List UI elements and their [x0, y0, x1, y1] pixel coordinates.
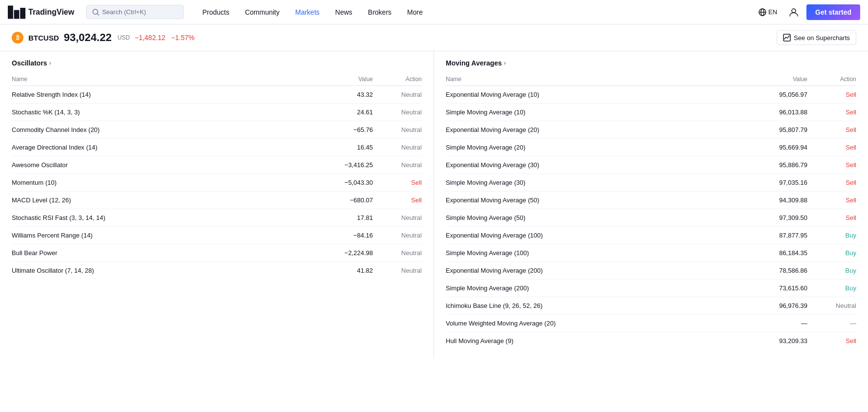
search-bar[interactable]: Search (Ctrl+K): [86, 5, 184, 19]
table-row: Ultimate Oscillator (7, 14, 28) 41.82 Ne…: [12, 262, 422, 279]
row-name: Simple Moving Average (30): [446, 179, 749, 186]
chart-icon: [783, 34, 791, 42]
table-row: Hull Moving Average (9) 93,209.33 Sell: [446, 332, 856, 349]
ma-title[interactable]: Moving Averages ›: [446, 59, 856, 67]
nav-markets[interactable]: Markets: [288, 5, 326, 19]
table-row: Simple Moving Average (10) 96,013.88 Sel…: [446, 104, 856, 121]
svg-rect-2: [20, 8, 25, 19]
table-row: Commodity Channel Index (20) −65.76 Neut…: [12, 121, 422, 139]
row-name: Hull Moving Average (9): [446, 337, 749, 345]
nav-brokers[interactable]: Brokers: [361, 5, 398, 19]
nav-community[interactable]: Community: [238, 5, 286, 19]
row-action: Neutral: [807, 302, 856, 309]
nav-news[interactable]: News: [328, 5, 359, 19]
row-value: −84.16: [314, 232, 373, 239]
row-value: 97,309.50: [749, 214, 807, 221]
row-action: Neutral: [373, 214, 422, 221]
row-name: Awesome Oscillator: [12, 161, 314, 169]
see-supercharts-label: See on Supercharts: [794, 34, 850, 42]
row-action: Buy: [807, 232, 856, 239]
row-value: 78,586.86: [749, 267, 807, 274]
row-action: Sell: [373, 179, 422, 186]
row-value: 95,886.79: [749, 161, 807, 169]
table-row: Momentum (10) −5,043.30 Sell: [12, 174, 422, 192]
row-action: Neutral: [373, 144, 422, 151]
oscillators-chevron: ›: [49, 60, 51, 66]
row-value: 43.32: [314, 91, 373, 98]
logo[interactable]: TradingView: [8, 5, 74, 19]
table-row: Exponential Moving Average (200) 78,586.…: [446, 262, 856, 280]
get-started-button[interactable]: Get started: [806, 4, 860, 20]
row-action: Neutral: [373, 108, 422, 116]
svg-point-8: [792, 9, 796, 13]
table-row: Exponential Moving Average (10) 95,056.9…: [446, 86, 856, 104]
row-value: −65.76: [314, 126, 373, 133]
row-value: 97,035.16: [749, 179, 807, 186]
row-action: Sell: [373, 196, 422, 204]
table-row: Simple Moving Average (100) 86,184.35 Bu…: [446, 244, 856, 262]
svg-rect-0: [8, 5, 13, 19]
svg-line-4: [97, 14, 99, 15]
table-row: Williams Percent Range (14) −84.16 Neutr…: [12, 227, 422, 244]
ticker-price: 93,024.22: [64, 31, 112, 44]
ma-col-value: Value: [749, 76, 807, 83]
row-action: Neutral: [373, 126, 422, 133]
row-name: Ichimoku Base Line (9, 26, 52, 26): [446, 302, 749, 309]
table-row: Stochastic RSI Fast (3, 3, 14, 14) 17.81…: [12, 209, 422, 227]
row-name: Bull Bear Power: [12, 249, 314, 257]
row-name: Simple Moving Average (20): [446, 144, 749, 151]
user-button[interactable]: [787, 5, 801, 19]
oscillators-title[interactable]: Oscillators ›: [12, 59, 422, 67]
table-row: Average Directional Index (14) 16.45 Neu…: [12, 139, 422, 156]
row-value: —: [749, 320, 807, 327]
row-action: Sell: [807, 179, 856, 186]
svg-rect-1: [14, 10, 20, 19]
main-content: Oscillators › Name Value Action Relative…: [0, 51, 868, 357]
row-action: Neutral: [373, 91, 422, 98]
ticker-bar: ₿ BTCUSD 93,024.22 USD −1,482.12 −1.57% …: [0, 24, 868, 51]
moving-averages-rows: Exponential Moving Average (10) 95,056.9…: [446, 86, 856, 349]
row-name: Exponential Moving Average (30): [446, 161, 749, 169]
table-row: Exponential Moving Average (30) 95,886.7…: [446, 156, 856, 174]
table-row: Exponential Moving Average (100) 87,877.…: [446, 227, 856, 244]
row-value: 96,976.39: [749, 302, 807, 309]
row-action: Sell: [807, 196, 856, 204]
table-row: Simple Moving Average (30) 97,035.16 Sel…: [446, 174, 856, 192]
ma-col-action: Action: [807, 76, 856, 83]
row-action: Sell: [807, 126, 856, 133]
row-action: Neutral: [373, 249, 422, 257]
row-action: Sell: [807, 337, 856, 345]
row-name: Relative Strength Index (14): [12, 91, 314, 98]
see-supercharts-button[interactable]: See on Supercharts: [777, 30, 856, 45]
table-row: Awesome Oscillator −3,416.25 Neutral: [12, 156, 422, 174]
row-action: Sell: [807, 161, 856, 169]
globe-icon: [759, 8, 766, 16]
language-selector[interactable]: EN: [755, 6, 781, 18]
row-action: Buy: [807, 284, 856, 292]
ma-col-name: Name: [446, 76, 749, 83]
nav-right: EN Get started: [755, 4, 860, 20]
row-name: Momentum (10): [12, 179, 314, 186]
oscillators-rows: Relative Strength Index (14) 43.32 Neutr…: [12, 86, 422, 279]
row-value: 95,056.97: [749, 91, 807, 98]
nav-products[interactable]: Products: [195, 5, 236, 19]
btc-icon: ₿: [12, 32, 23, 43]
nav-more[interactable]: More: [400, 5, 430, 19]
row-name: Exponential Moving Average (100): [446, 232, 749, 239]
row-name: Average Directional Index (14): [12, 144, 314, 151]
table-row: Simple Moving Average (20) 95,669.94 Sel…: [446, 139, 856, 156]
ticker-currency: USD: [117, 34, 130, 41]
row-value: 95,807.79: [749, 126, 807, 133]
row-name: Williams Percent Range (14): [12, 232, 314, 239]
row-action: Buy: [807, 267, 856, 274]
row-name: MACD Level (12, 26): [12, 196, 314, 204]
ticker-change: −1,482.12 −1.57%: [135, 34, 195, 42]
ticker-left: ₿ BTCUSD 93,024.22 USD −1,482.12 −1.57%: [12, 31, 195, 44]
table-row: Simple Moving Average (200) 73,615.60 Bu…: [446, 280, 856, 297]
row-value: 87,877.95: [749, 232, 807, 239]
row-action: Neutral: [373, 267, 422, 274]
row-name: Exponential Moving Average (20): [446, 126, 749, 133]
table-row: Simple Moving Average (50) 97,309.50 Sel…: [446, 209, 856, 227]
osc-col-value: Value: [314, 76, 373, 83]
navbar: TradingView Search (Ctrl+K) Products Com…: [0, 0, 868, 24]
